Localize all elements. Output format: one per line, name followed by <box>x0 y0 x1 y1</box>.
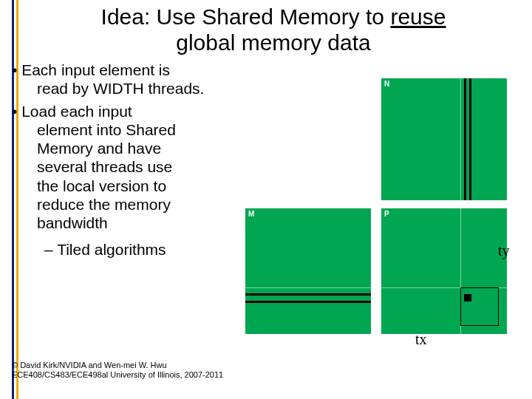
bullet-1-line2: read by WIDTH threads. <box>12 79 241 98</box>
bullet-2-line6: reduce the memory <box>12 195 241 214</box>
slide-title: Idea: Use Shared Memory to reuse global … <box>66 4 480 55</box>
matrix-p: P <box>381 208 507 334</box>
matrix-n-sep <box>460 78 461 200</box>
bullet-1-line1: Each input element is <box>21 61 170 78</box>
width-label-p: WIDTH <box>445 349 473 357</box>
copyright-line2: ECE408/CS483/ECE498al University of Illi… <box>12 370 223 380</box>
matrix-p-label: P <box>384 210 389 218</box>
matrix-m-sep <box>245 287 371 288</box>
bullet-2-line3: Memory and have <box>12 139 241 158</box>
width-label-p-vert: WIDTH <box>508 276 516 304</box>
title-reuse: reuse <box>390 4 446 29</box>
matrix-n-label: N <box>384 80 389 88</box>
ty-label: ty <box>498 242 510 259</box>
width-label-m: WIDTH <box>319 349 347 357</box>
n-col-2 <box>469 78 471 200</box>
tx-label: tx <box>415 331 427 348</box>
diagram: N WIDTH M P ty WIDTH tx WIDTH WIDTH <box>245 68 526 378</box>
matrix-m-label: M <box>248 210 254 218</box>
copyright-line1: © David Kirk/NVIDIA and Wen-mei W. Hwu <box>12 361 223 370</box>
copyright: © David Kirk/NVIDIA and Wen-mei W. Hwu E… <box>12 361 223 380</box>
bullet-2: Load each input element into Shared Memo… <box>12 102 241 233</box>
bullet-2-line7: bandwidth <box>12 214 241 233</box>
p-tile-element <box>464 294 471 301</box>
bullet-2-line4: several threads use <box>12 157 241 177</box>
n-col-1 <box>464 78 466 200</box>
matrix-m: M <box>245 208 371 334</box>
title-line2: global memory data <box>176 30 370 55</box>
bullet-2-line5: the local version to <box>12 177 241 196</box>
bullet-1: Each input element is read by WIDTH thre… <box>12 61 241 99</box>
m-row-1 <box>245 293 371 296</box>
sub-bullet-1: Tiled algorithms <box>12 240 241 259</box>
bullet-2-line1: Load each input <box>21 103 132 120</box>
m-row-2 <box>245 301 371 303</box>
matrix-n: N <box>381 78 507 200</box>
bullet-list: Each input element is read by WIDTH thre… <box>12 61 241 260</box>
width-label-n: WIDTH <box>508 123 516 151</box>
bullet-2-line2: element into Shared <box>12 120 241 140</box>
p-tile <box>460 287 499 326</box>
title-prefix: Idea: Use Shared Memory to <box>101 4 391 29</box>
